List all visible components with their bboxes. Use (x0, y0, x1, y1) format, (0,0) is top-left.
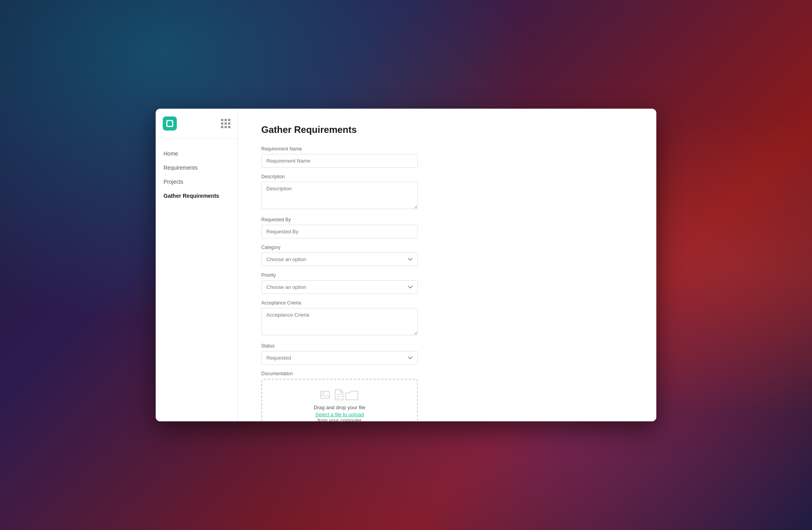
priority-group: Priority Choose an option (261, 272, 418, 294)
status-select[interactable]: Requested (261, 351, 418, 365)
priority-select[interactable]: Choose an option (261, 280, 418, 294)
requirement-name-input[interactable] (261, 154, 418, 168)
document-file-icon (334, 389, 344, 401)
app-logo (163, 116, 177, 131)
documentation-label: Documentation (261, 371, 418, 376)
page-title: Gather Requirements (261, 124, 633, 135)
category-group: Category Choose an option (261, 245, 418, 266)
requested-by-label: Requested By (261, 217, 418, 222)
sidebar-item-gather-requirements[interactable]: Gather Requirements (156, 189, 237, 203)
drop-zone-icons (320, 389, 359, 401)
sidebar-header (156, 109, 237, 139)
acceptance-criteria-label: Acceptance Crieria (261, 300, 418, 306)
svg-rect-0 (321, 391, 329, 398)
description-label: Description (261, 174, 418, 179)
sidebar-item-home[interactable]: Home (156, 147, 237, 161)
folder-file-icon (345, 390, 359, 401)
sidebar-item-requirements[interactable]: Requirements (156, 161, 237, 175)
documentation-group: Documentation (261, 371, 418, 421)
requested-by-input[interactable] (261, 225, 418, 238)
status-group: Status Requested (261, 343, 418, 365)
requested-by-group: Requested By (261, 217, 418, 238)
acceptance-criteria-textarea[interactable] (261, 308, 418, 335)
requirement-name-group: Requirement Name (261, 146, 418, 168)
app-window: Home Requirements Projects Gather Requir… (156, 109, 656, 421)
grid-menu-icon[interactable] (221, 119, 230, 128)
file-drop-zone[interactable]: Drag and drop your file Select a file to… (261, 379, 418, 421)
description-textarea[interactable] (261, 182, 418, 209)
select-file-link[interactable]: Select a file to upload (315, 412, 364, 417)
gather-requirements-form: Requirement Name Description Requested B… (261, 146, 418, 421)
main-content: Gather Requirements Requirement Name Des… (238, 109, 656, 421)
sidebar-item-projects[interactable]: Projects (156, 175, 237, 189)
description-group: Description (261, 174, 418, 211)
sidebar: Home Requirements Projects Gather Requir… (156, 109, 238, 421)
status-label: Status (261, 343, 418, 349)
logo-inner (166, 120, 173, 127)
drag-drop-text: Drag and drop your file (314, 405, 365, 410)
sidebar-nav: Home Requirements Projects Gather Requir… (156, 139, 237, 211)
from-computer-text: from your computer (318, 417, 362, 421)
image-file-icon (320, 390, 333, 401)
acceptance-criteria-group: Acceptance Crieria (261, 300, 418, 337)
requirement-name-label: Requirement Name (261, 146, 418, 152)
category-label: Category (261, 245, 418, 250)
priority-label: Priority (261, 272, 418, 278)
category-select[interactable]: Choose an option (261, 252, 418, 266)
